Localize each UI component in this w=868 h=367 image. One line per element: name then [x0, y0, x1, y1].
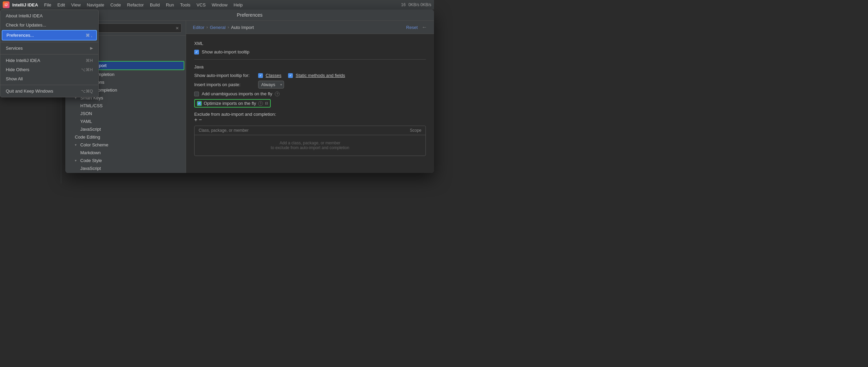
- menu-divider-2: [0, 54, 98, 54]
- settings-javascript-style[interactable]: JavaScript: [65, 164, 186, 172]
- add-unambiguous-help-icon[interactable]: ?: [275, 92, 280, 96]
- menubar: IJ IntelliJ IDEA File Edit View Navigate…: [0, 0, 434, 10]
- menu-services[interactable]: Services ▶: [0, 44, 98, 53]
- show-auto-import-tooltip-checkbox[interactable]: ✓: [194, 50, 199, 54]
- show-auto-import-for-label: Show auto-import tooltip for:: [194, 73, 255, 78]
- menu-refactor[interactable]: Refactor: [124, 2, 147, 8]
- show-auto-import-tooltip-row: ✓ Show auto-import tooltip: [194, 49, 426, 54]
- menu-quit[interactable]: Quit and Keep Windows ⌥⌘Q: [0, 86, 98, 96]
- optimize-imports-container: ✓ Optimize imports on the fly ? ⊟: [194, 99, 271, 108]
- breadcrumb-actions: Reset ←: [406, 24, 427, 30]
- scope-column-header: Scope: [410, 128, 421, 133]
- remove-exclude-button[interactable]: −: [199, 117, 202, 123]
- exclude-section: Exclude from auto-import and completion:…: [194, 112, 426, 156]
- settings-color-scheme[interactable]: ▾ Color Scheme: [65, 141, 186, 149]
- settings-json[interactable]: JSON: [65, 110, 186, 117]
- menu-vcs[interactable]: VCS: [194, 2, 208, 8]
- settings-content: Editor › General › Auto Import Reset ← X…: [186, 21, 434, 173]
- menu-tools[interactable]: Tools: [177, 2, 193, 8]
- menu-divider-3: [0, 85, 98, 85]
- insert-imports-label: Insert imports on paste:: [194, 82, 255, 87]
- exclude-table: Class, package, or member Scope Add a cl…: [194, 126, 426, 156]
- breadcrumb-sep-2: ›: [228, 25, 229, 30]
- menu-edit[interactable]: Edit: [55, 2, 68, 8]
- dropdown-menu: About IntelliJ IDEA Check for Updates...…: [0, 10, 99, 97]
- static-methods-label: Static methods and fields: [296, 73, 345, 78]
- dialog-body: 🔍 ✕ Keymap ▾ Editor: [65, 21, 434, 173]
- optimize-imports-row: ✓ Optimize imports on the fly ? ⊟: [194, 99, 426, 108]
- menu-navigate[interactable]: Navigate: [84, 2, 107, 8]
- java-section-title: Java: [194, 64, 426, 69]
- breadcrumb-current: Auto Import: [231, 25, 254, 30]
- menu-code[interactable]: Code: [107, 2, 123, 8]
- settings-markdown[interactable]: Markdown: [65, 149, 186, 157]
- table-actions: + −: [194, 117, 426, 123]
- insert-imports-select[interactable]: Always Ask Never: [258, 81, 284, 89]
- menu-show-all[interactable]: Show All: [0, 74, 98, 83]
- settings-yaml[interactable]: YAML: [65, 117, 186, 125]
- empty-table-message: Add a class, package, or member to exclu…: [271, 141, 349, 150]
- expand-icon: ▾: [75, 159, 79, 162]
- menu-build[interactable]: Build: [147, 2, 163, 8]
- optimize-imports-label: Optimize imports on the fly: [204, 101, 256, 106]
- xml-section-title: XML: [194, 41, 426, 46]
- settings-javascript-smart[interactable]: JavaScript: [65, 125, 186, 133]
- exclude-table-body: Add a class, package, or member to exclu…: [195, 135, 425, 156]
- search-clear-icon[interactable]: ✕: [176, 26, 179, 31]
- breadcrumb-sep-1: ›: [206, 25, 208, 30]
- settings-code-style[interactable]: ▾ Code Style: [65, 157, 186, 164]
- add-unambiguous-row: Add unambiguous imports on the fly ?: [194, 91, 426, 96]
- insert-imports-row: Insert imports on paste: Always Ask Neve…: [194, 81, 426, 89]
- menu-divider-1: [0, 42, 98, 42]
- menubar-right: 16 0KB/s 0KB/s: [401, 2, 431, 7]
- classes-checkbox[interactable]: ✓: [258, 73, 263, 78]
- show-auto-import-for-row: Show auto-import tooltip for: ✓ Classes …: [194, 73, 426, 78]
- menu-check-updates[interactable]: Check for Updates...: [0, 20, 98, 30]
- menu-view[interactable]: View: [68, 2, 83, 8]
- preferences-shortcut: ⌘ ,: [86, 33, 92, 38]
- optimize-imports-checkbox[interactable]: ✓: [197, 101, 202, 106]
- settings-form: XML ✓ Show auto-import tooltip Java Show…: [186, 34, 434, 173]
- settings-code-editing[interactable]: Code Editing: [65, 133, 186, 141]
- add-unambiguous-label: Add unambiguous imports on the fly: [202, 91, 272, 96]
- menu-run[interactable]: Run: [163, 2, 177, 8]
- exclude-table-header: Class, package, or member Scope: [195, 126, 425, 135]
- hide-shortcut: ⌘H: [86, 58, 93, 63]
- copy-icon[interactable]: ⊟: [265, 101, 268, 106]
- settings-breadcrumb: Editor › General › Auto Import Reset ←: [186, 21, 434, 34]
- dropdown-overlay: About IntelliJ IDEA Check for Updates...…: [0, 10, 99, 97]
- menu-file[interactable]: File: [41, 2, 54, 8]
- app-logo: IJ: [3, 1, 10, 8]
- menu-hide-others[interactable]: Hide Others ⌥⌘H: [0, 65, 98, 74]
- class-pkg-column-header: Class, package, or member: [199, 128, 249, 133]
- classes-label: Classes: [266, 73, 281, 78]
- reset-button[interactable]: Reset: [406, 25, 418, 30]
- add-unambiguous-checkbox[interactable]: [194, 92, 199, 96]
- dialog-titlebar: Preferences: [65, 10, 434, 21]
- exclude-label: Exclude from auto-import and completion:: [194, 112, 276, 117]
- section-divider-xml-java: [194, 59, 426, 60]
- quit-shortcut: ⌥⌘Q: [81, 89, 93, 94]
- insert-imports-select-wrap: Always Ask Never ▾: [258, 81, 284, 89]
- menu-preferences[interactable]: Preferences... ⌘ ,: [2, 30, 97, 41]
- optimize-imports-help-icon[interactable]: ?: [258, 101, 263, 106]
- hide-others-shortcut: ⌥⌘H: [81, 67, 93, 72]
- expand-icon: ▾: [75, 143, 79, 147]
- main-layout: 📁 com.example.demo2 📁 test © TestControl…: [0, 10, 434, 184]
- notification-count: 16: [401, 2, 405, 7]
- show-auto-import-tooltip-label: Show auto-import tooltip: [202, 49, 249, 54]
- menu-help[interactable]: Help: [231, 2, 246, 8]
- app-brand: IntelliJ IDEA: [12, 2, 38, 7]
- menu-about[interactable]: About IntelliJ IDEA: [0, 11, 98, 20]
- menu-hide[interactable]: Hide IntelliJ IDEA ⌘H: [0, 56, 98, 65]
- back-button[interactable]: ←: [422, 24, 427, 30]
- network-speed: 0KB/s 0KB/s: [408, 2, 431, 7]
- services-arrow: ▶: [90, 46, 93, 50]
- add-exclude-button[interactable]: +: [194, 117, 197, 123]
- static-methods-checkbox[interactable]: ✓: [288, 73, 293, 78]
- preferences-dialog: Preferences 🔍 ✕ Keymap: [65, 10, 434, 173]
- breadcrumb-general[interactable]: General: [210, 25, 226, 30]
- menu-window[interactable]: Window: [209, 2, 230, 8]
- settings-html-css[interactable]: HTML/CSS: [65, 102, 186, 110]
- breadcrumb-editor[interactable]: Editor: [193, 25, 204, 30]
